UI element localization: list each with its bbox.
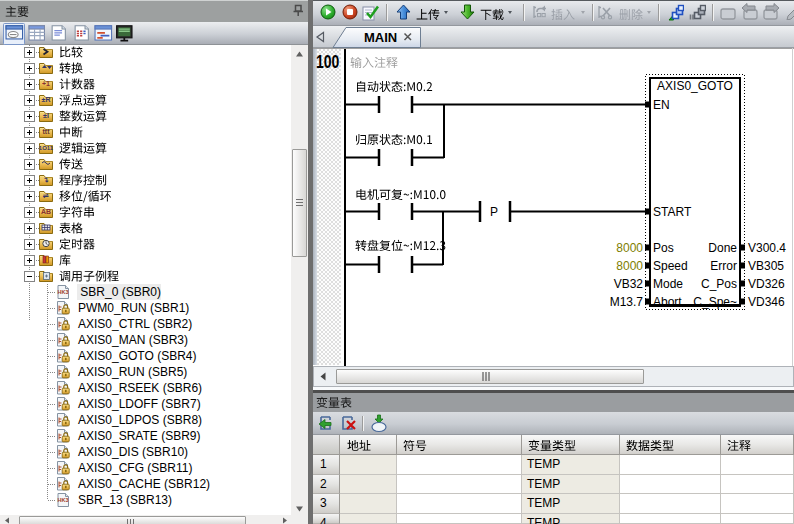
svg-text:VD326: VD326	[748, 277, 785, 291]
svg-text:M13.7: M13.7	[610, 295, 644, 309]
svg-text:ttt: ttt	[43, 128, 51, 135]
svg-text:VB32: VB32	[614, 277, 644, 291]
svg-text:8000: 8000	[616, 259, 643, 273]
svg-text:C_Pos: C_Pos	[701, 277, 737, 291]
svg-text:Speed: Speed	[653, 259, 688, 273]
svg-text:AB: AB	[41, 208, 51, 215]
svg-text:VB305: VB305	[748, 259, 784, 273]
svg-text:8000: 8000	[616, 241, 643, 255]
svg-text:Mode: Mode	[653, 277, 683, 291]
svg-text:±I: ±I	[43, 112, 49, 119]
svg-text:EN: EN	[653, 98, 670, 112]
svg-text:Error: Error	[710, 259, 737, 273]
svg-text:1O11: 1O11	[39, 145, 54, 151]
svg-text:START: START	[653, 205, 692, 219]
svg-text:Abort: Abort	[653, 295, 682, 309]
svg-text:Done: Done	[708, 241, 737, 255]
svg-text:±R: ±R	[42, 96, 51, 103]
svg-text:Pos: Pos	[653, 241, 674, 255]
svg-text:HK3: HK3	[57, 497, 68, 503]
svg-text:AXIS0_GOTO: AXIS0_GOTO	[657, 79, 733, 93]
svg-text:P: P	[490, 205, 498, 219]
svg-text:V300.4: V300.4	[748, 241, 786, 255]
svg-text:↴: ↴	[43, 176, 49, 183]
svg-text:MAIN: MAIN	[364, 30, 397, 45]
svg-text:HK3: HK3	[57, 289, 68, 295]
svg-text:+1: +1	[42, 80, 50, 87]
svg-text:C_Spe~: C_Spe~	[693, 295, 737, 309]
svg-text:⇌: ⇌	[42, 192, 49, 199]
svg-text:VD346: VD346	[748, 295, 785, 309]
